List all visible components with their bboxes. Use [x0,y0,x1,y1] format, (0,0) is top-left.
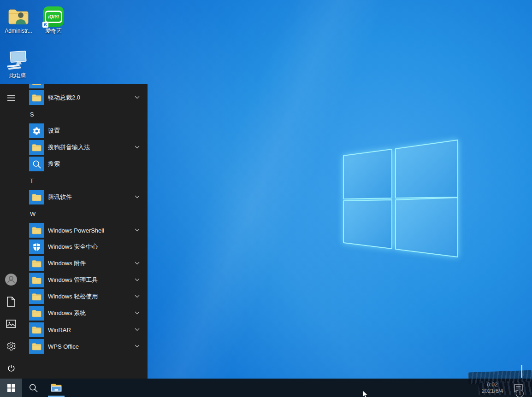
pictures-icon [6,320,16,328]
shortcut-arrow-icon [42,22,48,28]
power-button[interactable] [0,357,22,379]
folder-icon [29,140,44,155]
desktop-icon-administrator[interactable]: Administr... [1,3,36,34]
settings-button[interactable] [0,335,22,357]
user-account-button[interactable] [0,269,22,291]
mouse-cursor [362,391,368,397]
search-icon [29,384,38,392]
folder-icon [29,289,44,304]
shield-icon [29,239,44,254]
chevron-down-icon[interactable] [135,262,140,265]
start-menu-item[interactable]: 搜索 [22,156,148,172]
chevron-down-icon[interactable] [135,146,140,149]
chevron-down-icon[interactable] [135,328,140,331]
gear-icon [29,123,44,138]
start-menu-rail [0,84,22,379]
start-menu-item-label: Windows 系统 [48,309,86,317]
windows-logo-icon [7,384,15,392]
start-menu-item[interactable]: Windows 系统 [22,305,148,321]
chevron-down-icon[interactable] [135,195,140,198]
clock-time: 0:02 [487,381,497,388]
start-menu-item-label: Windows 轻松使用 [48,292,98,301]
windows-logo-wallpaper [339,135,463,263]
chevron-down-icon[interactable] [135,344,140,348]
start-menu-item-label: Windows 管理工具 [48,276,98,284]
start-menu-item-label: Windows 附件 [48,259,86,268]
desktop-icon-label: 此电脑 [0,73,35,79]
start-menu-item[interactable]: 腾讯软件 [22,189,148,205]
start-menu-item[interactable]: WPS Office [22,338,148,355]
start-menu-section-header[interactable]: W [22,205,148,222]
start-menu-item-label: WPS Office [48,343,79,350]
clock-date: 2021/6/4 [482,388,503,394]
search-icon [29,157,44,171]
documents-button[interactable] [0,291,22,313]
chevron-down-icon[interactable] [135,228,140,232]
folder-icon [29,223,44,238]
folder-icon [29,306,44,321]
folder-icon [29,273,44,287]
file-explorer-icon [50,383,62,393]
start-menu-app-list: 驱动总裁2.0S设置搜狗拼音输入法搜索T腾讯软件WWindows PowerSh… [22,84,148,379]
start-menu-item-label: 腾讯软件 [48,193,72,201]
pictures-button[interactable] [0,313,22,335]
gear-icon [6,341,16,351]
folder-icon [29,90,44,105]
iqiyi-brand-text: iQIYI [48,14,59,19]
start-menu-item[interactable]: Windows 安全中心 [22,239,148,255]
folder-icon [29,84,44,88]
hamburger-icon [7,95,15,101]
chevron-down-icon[interactable] [135,311,140,315]
folder-icon [29,322,44,337]
start-menu-item-label: Windows 安全中心 [48,243,98,251]
iqiyi-app-icon: iQIYI [43,6,64,27]
folder-icon [29,256,44,271]
start-menu-section-header[interactable]: S [22,106,148,123]
desktop-icon-label: Administr... [1,28,36,34]
start-menu-item[interactable]: WinRAR [22,321,148,338]
desktop-icon-this-pc[interactable]: 此电脑 [0,47,35,79]
folder-icon [29,190,44,204]
chevron-down-icon[interactable] [135,278,140,281]
start-menu-item-clipped[interactable] [22,84,148,89]
user-folder-icon [7,6,30,27]
start-menu-item-label: 设置 [48,127,60,135]
start-menu-item-label: 搜索 [48,160,60,168]
start-menu: 驱动总裁2.0S设置搜狗拼音输入法搜索T腾讯软件WWindows PowerSh… [0,84,148,379]
power-icon [6,363,16,373]
user-avatar-icon [5,273,18,286]
start-menu-item[interactable]: 设置 [22,123,148,139]
start-menu-item[interactable]: 搜狗拼音输入法 [22,139,148,156]
taskbar-clock[interactable]: 0:02 2021/6/4 [475,379,510,397]
desktop-icon-label: 爱奇艺 [36,28,71,34]
start-menu-item-label: Windows PowerShell [48,227,104,234]
chevron-down-icon[interactable] [135,295,140,298]
desktop-icon-iqiyi[interactable]: iQIYI 爱奇艺 [36,3,71,34]
taskbar-search-button[interactable] [22,379,44,397]
start-menu-item-label: 搜狗拼音输入法 [48,143,90,152]
start-menu-item[interactable]: 驱动总裁2.0 [22,89,148,106]
start-menu-item-label: 驱动总裁2.0 [48,93,80,102]
start-menu-item-label: WinRAR [48,327,71,333]
chevron-down-icon[interactable] [135,96,140,99]
notification-badge: 1 [516,390,524,397]
start-button[interactable] [0,379,22,397]
taskbar: 0:02 2021/6/4 1 [0,379,532,397]
start-menu-item[interactable]: Windows 轻松使用 [22,288,148,305]
hamburger-menu-button[interactable] [0,87,22,109]
start-menu-item[interactable]: Windows PowerShell [22,222,148,239]
show-desktop-button[interactable] [529,379,532,397]
folder-icon [29,339,44,354]
start-menu-section-header[interactable]: T [22,172,148,189]
start-menu-item[interactable]: Windows 附件 [22,255,148,272]
document-icon [6,297,16,307]
taskbar-file-explorer-button[interactable] [45,379,67,397]
computer-icon [6,49,30,71]
start-menu-item[interactable]: Windows 管理工具 [22,272,148,288]
